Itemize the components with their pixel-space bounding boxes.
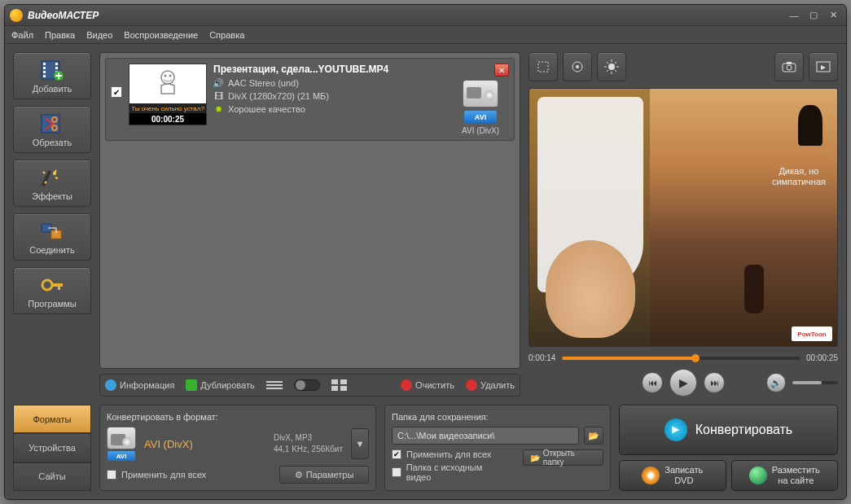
publish-site-button[interactable]: Разместитьна сайте (731, 460, 839, 491)
svg-rect-30 (538, 62, 548, 72)
menu-help[interactable]: Справка (209, 30, 244, 40)
film-add-icon (39, 59, 65, 81)
seek-knob[interactable] (691, 354, 700, 362)
grid-view-icon[interactable] (331, 379, 348, 391)
tab-devices[interactable]: Устройства (13, 433, 91, 462)
list-view-icon[interactable] (266, 380, 283, 390)
preview-panel: Дикая, носимпатичная PowToon 0:00:14 00:… (529, 52, 838, 397)
svg-rect-27 (340, 379, 347, 384)
dup-label: Дублировать (200, 380, 254, 390)
browse-folder-button[interactable]: 📂 (584, 427, 603, 445)
svg-rect-5 (55, 63, 58, 65)
burn-dvd-button[interactable]: ЗаписатьDVD (619, 460, 726, 491)
play-button[interactable]: ▶ (669, 369, 697, 397)
svg-rect-6 (55, 67, 58, 69)
app-window: ВидеоМАСТЕР — ▢ ✕ Файл Правка Видео Восп… (4, 4, 847, 500)
volume-slider[interactable] (792, 381, 838, 384)
tab-formats[interactable]: Форматы (13, 405, 91, 433)
delete-icon (466, 379, 477, 391)
svg-rect-44 (787, 62, 792, 64)
svg-rect-18 (51, 283, 63, 287)
menu-playback[interactable]: Воспроизведение (124, 30, 198, 40)
open-folder-label: Открыть папку (543, 449, 596, 467)
svg-line-41 (615, 62, 616, 64)
sidebar-label: Эффекты (32, 191, 72, 201)
apply-all-save-checkbox[interactable]: ✔Применить для всех (392, 449, 507, 459)
source-folder-checkbox[interactable]: Папка с исходным видео (392, 462, 507, 482)
quality-icon: ✸ (213, 104, 223, 114)
seek-track[interactable] (562, 357, 800, 360)
delete-button[interactable]: Удалить (466, 379, 515, 391)
menu-file[interactable]: Файл (11, 30, 33, 40)
svg-point-14 (53, 172, 56, 175)
convert-button[interactable]: Конвертировать (619, 405, 838, 455)
time-total: 00:00:25 (806, 353, 838, 362)
video-icon: 🎞 (213, 91, 223, 101)
volume-button[interactable]: 🔊 (766, 373, 786, 392)
seek-progress (562, 357, 695, 360)
list-toolbar: Информация Дублировать Очистить Удалить (99, 374, 520, 397)
output-format-block: ✕ AVI AVI (DivX) (452, 64, 509, 135)
join-button[interactable]: Соединить (13, 213, 91, 261)
svg-rect-3 (43, 71, 46, 73)
open-folder-button[interactable]: 📂Открыть папку (523, 449, 603, 466)
view-toggle[interactable] (294, 379, 320, 391)
parameters-button[interactable]: ⚙Параметры (279, 466, 369, 484)
dvd-label-1: Записать (665, 465, 703, 475)
scissors-icon (39, 112, 65, 135)
svg-point-22 (169, 75, 172, 77)
svg-point-33 (608, 64, 615, 70)
maximize-button[interactable]: ▢ (805, 9, 822, 22)
overlay-line1: Дикая, но (779, 166, 818, 176)
preview-frame: Дикая, носимпатичная PowToon (529, 89, 837, 346)
save-panel: Папка для сохранения: С:\...\Мои видеоза… (384, 405, 611, 491)
menu-video[interactable]: Видео (86, 30, 112, 40)
trim-button[interactable]: Обрезать (13, 106, 91, 153)
site-label-1: Разместить (772, 465, 820, 475)
sidebar-label: Добавить (33, 84, 72, 94)
prev-track-button[interactable]: ⏮ (642, 372, 663, 393)
tab-sites[interactable]: Сайты (13, 462, 91, 491)
output-tabs: Форматы Устройства Сайты (13, 405, 91, 491)
file-checkbox[interactable]: ✔ (111, 86, 122, 98)
apply-all-format-checkbox[interactable]: Применить для всех (107, 470, 206, 480)
svg-point-17 (42, 280, 52, 290)
svg-rect-4 (43, 75, 46, 77)
camera-icon (463, 80, 498, 107)
format-dropdown-button[interactable]: ▼ (351, 428, 369, 459)
brightness-tool-button[interactable] (597, 52, 626, 81)
close-window-button[interactable]: ✕ (825, 9, 841, 22)
snapshot-button[interactable] (774, 52, 804, 81)
clear-button[interactable]: Очистить (401, 379, 454, 391)
programs-button[interactable]: Программы (13, 267, 91, 314)
time-current: 0:00:14 (529, 353, 555, 362)
minimize-button[interactable]: — (786, 9, 802, 22)
file-item[interactable]: ✔ Ты очень сильно устал? 00:00:25 Презен… (105, 58, 515, 141)
info-icon (105, 379, 116, 391)
svg-rect-2 (43, 67, 46, 69)
duplicate-button[interactable]: Дублировать (186, 379, 254, 391)
overlay-line2: симпатичная (772, 177, 826, 186)
fullscreen-button[interactable] (809, 52, 838, 81)
svg-rect-23 (266, 381, 283, 383)
key-icon (39, 274, 65, 296)
menu-edit[interactable]: Правка (45, 30, 75, 40)
svg-rect-1 (43, 63, 46, 65)
info-button[interactable]: Информация (105, 379, 174, 391)
add-button[interactable]: Добавить (13, 52, 91, 99)
file-info: Презентация, сдела...YOUTUBE.MP4 🔊AAC St… (213, 64, 445, 114)
next-track-button[interactable]: ⏭ (704, 372, 725, 393)
file-thumbnail[interactable]: Ты очень сильно устал? 00:00:25 (129, 64, 207, 125)
svg-line-38 (607, 62, 608, 64)
save-panel-title: Папка для сохранения: (392, 412, 603, 422)
app-logo-icon (10, 9, 23, 22)
format-camera-icon (107, 427, 136, 449)
effects-button[interactable]: Эффекты (13, 160, 91, 207)
svg-rect-19 (58, 283, 60, 290)
video-preview[interactable]: Дикая, носимпатичная PowToon (529, 88, 838, 347)
save-path-field[interactable]: С:\...\Мои видеозаписи\ (392, 427, 579, 445)
enhance-tool-button[interactable] (563, 52, 592, 81)
crop-tool-button[interactable] (529, 52, 558, 81)
format-params: 44,1 KHz, 256Кбит (274, 444, 343, 455)
remove-file-button[interactable]: ✕ (494, 64, 509, 77)
